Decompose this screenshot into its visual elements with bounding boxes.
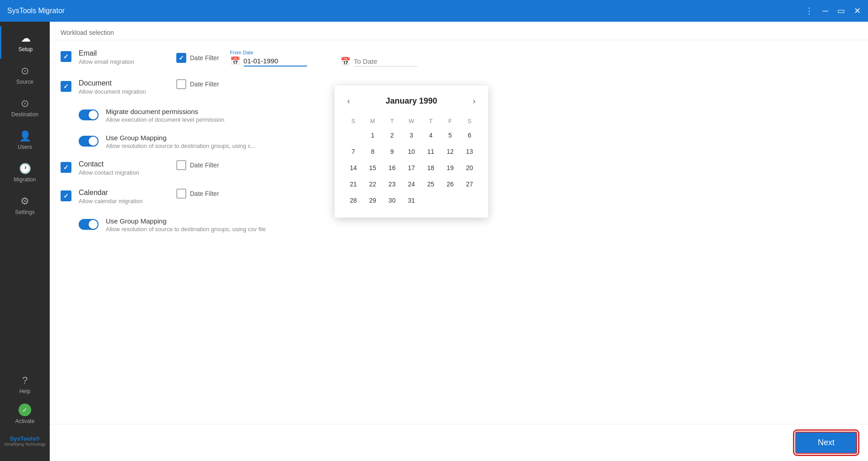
cal-day-19[interactable]: 19 [440,160,460,176]
toggle-cal-group-mapping: Use Group Mapping Allow resolution of so… [61,217,857,233]
cal-group-mapping-info: Use Group Mapping Allow resolution of so… [106,217,266,233]
calendar-date-filter-label: Date Filter [190,190,219,197]
main-content: Workload selection ✓ Email Allow email m… [50,22,868,461]
sidebar-label-setup: Setup [19,46,33,52]
source-icon: ⊙ [21,65,29,77]
cal-day-header-s1: S [344,115,363,127]
cal-day-15[interactable]: 15 [363,160,382,176]
cal-day-empty-2 [421,192,440,209]
from-date-calendar-icon[interactable]: 📅 [230,56,240,66]
document-date-filter-checkbox[interactable] [176,79,186,89]
email-date-filter-checkbox[interactable]: ✓ [176,53,186,63]
sidebar-bottom: ? Help ✓ Activate SysTools® Simplifying … [0,371,50,452]
cal-day-14[interactable]: 14 [344,160,363,176]
calendar-next-button[interactable]: › [469,95,479,108]
cal-day-6[interactable]: 6 [460,127,479,143]
cal-day-30[interactable]: 30 [382,192,402,209]
sidebar-activate[interactable]: ✓ Activate [15,400,35,428]
brand-tagline: Simplifying Technology [4,442,45,447]
cal-day-13[interactable]: 13 [460,143,479,160]
doc-group-mapping-knob [89,137,98,146]
cal-day-12[interactable]: 12 [440,143,460,160]
page-title: Workload selection [61,29,114,36]
calendar-checkbox[interactable]: ✓ [61,190,71,201]
close-button[interactable]: ✕ [854,6,861,16]
contact-subtitle: Allow contact migration [79,169,169,176]
sidebar-item-users[interactable]: 👤 Users [0,124,50,157]
cal-day-8[interactable]: 8 [363,143,382,160]
footer: Next [50,424,868,461]
to-date-input[interactable] [354,57,417,67]
calendar-info: Calendar Allow calendar migration [79,189,169,204]
more-options-button[interactable]: ⋮ [805,6,813,16]
cal-day-2[interactable]: 2 [382,127,402,143]
to-date-calendar-icon[interactable]: 📅 [340,57,350,67]
cal-day-25[interactable]: 25 [421,176,440,192]
document-subtitle: Allow document migration [79,88,169,95]
cal-day-17[interactable]: 17 [402,160,421,176]
contact-date-filter-label: Date Filter [190,162,219,169]
cal-day-1[interactable]: 1 [363,127,382,143]
minimize-button[interactable]: ─ [822,6,828,16]
cal-day-28[interactable]: 28 [344,192,363,209]
cal-day-29[interactable]: 29 [363,192,382,209]
sidebar-item-setup[interactable]: ☁ Setup [0,26,50,59]
sidebar-item-migration[interactable]: 🕐 Migration [0,157,50,189]
maximize-button[interactable]: ▭ [837,6,845,16]
email-checkbox[interactable]: ✓ [61,51,71,62]
email-date-filter-checkmark: ✓ [179,54,184,62]
cal-day-10[interactable]: 10 [402,143,421,160]
from-date-input[interactable] [244,56,307,67]
calendar-header: ‹ January 1990 › [344,95,479,108]
cal-day-18[interactable]: 18 [421,160,440,176]
cal-day-27[interactable]: 27 [460,176,479,192]
cal-day-23[interactable]: 23 [382,176,402,192]
doc-group-mapping-toggle[interactable] [79,136,99,147]
cal-day-3[interactable]: 3 [402,127,421,143]
email-controls: ✓ Date Filter From Date 📅 📅 [176,49,857,67]
calendar-date-filter-checkbox[interactable] [176,189,186,199]
sidebar-item-settings[interactable]: ⚙ Settings [0,189,50,222]
doc-permissions-knob [89,110,98,119]
sidebar-label-destination: Destination [11,111,38,118]
content-body: ✓ Email Allow email migration ✓ Date Fil… [50,40,868,424]
next-button[interactable]: Next [795,432,857,454]
sidebar-label-settings: Settings [15,209,34,215]
cal-day-header-s2: S [460,115,479,127]
cal-day-22[interactable]: 22 [363,176,382,192]
cal-day-5[interactable]: 5 [440,127,460,143]
cal-day-9[interactable]: 9 [382,143,402,160]
calendar-prev-button[interactable]: ‹ [344,95,354,108]
window-controls: ⋮ ─ ▭ ✕ [805,6,861,16]
cal-day-header-t1: T [382,115,402,127]
users-icon: 👤 [19,130,31,142]
doc-permissions-toggle[interactable] [79,109,99,120]
to-date-input-wrap: 📅 [340,57,440,67]
cal-day-24[interactable]: 24 [402,176,421,192]
cal-day-7[interactable]: 7 [344,143,363,160]
calendar-date-filter-wrap: Date Filter [176,189,219,199]
document-checkbox[interactable]: ✓ [61,81,71,92]
cal-day-16[interactable]: 16 [382,160,402,176]
cal-day-header-m: M [363,115,382,127]
doc-permissions-subtitle: Allow execution of document level permis… [106,116,224,123]
sidebar-label-help: Help [19,388,31,394]
cal-day-26[interactable]: 26 [440,176,460,192]
contact-date-filter-checkbox[interactable] [176,160,186,170]
sidebar-label-migration: Migration [14,176,36,183]
settings-icon: ⚙ [20,195,29,207]
sidebar-item-source[interactable]: ⊙ Source [0,59,50,91]
cal-day-21[interactable]: 21 [344,176,363,192]
sidebar-item-destination[interactable]: ⊙ Destination [0,91,50,124]
doc-group-mapping-title: Use Group Mapping [106,134,256,142]
cal-day-empty-4 [460,192,479,209]
email-info: Email Allow email migration [79,49,169,65]
calendar-grid: S M T W T F S 1 2 3 4 5 6 7 [344,115,479,209]
cal-day-20[interactable]: 20 [460,160,479,176]
cal-day-11[interactable]: 11 [421,143,440,160]
sidebar-help[interactable]: ? Help [19,371,31,398]
cal-day-31[interactable]: 31 [402,192,421,209]
cal-day-4[interactable]: 4 [421,127,440,143]
contact-checkbox[interactable]: ✓ [61,162,71,173]
cal-group-mapping-toggle[interactable] [79,219,99,230]
